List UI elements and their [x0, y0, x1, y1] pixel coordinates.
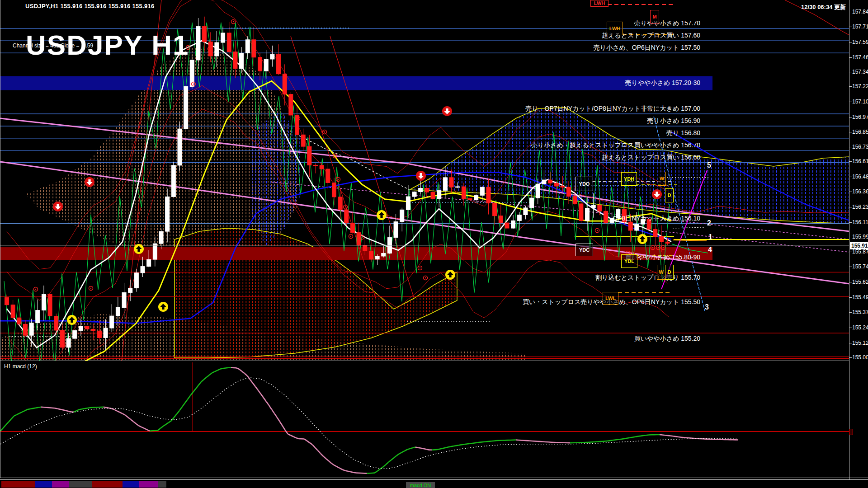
buy-signal-icon [67, 315, 77, 325]
axis-tick [849, 297, 852, 298]
level-annotation: 売り小さめ・超えるとストップロス買いやや小さめ 156.70 [531, 141, 700, 150]
timeline-segment [52, 481, 69, 488]
axis-tick-label: 156.850 [852, 129, 868, 135]
panel-divider [0, 478, 868, 478]
axis-tick [849, 267, 852, 267]
axis-tick-label: 156.730 [852, 144, 868, 150]
level-annotation: 売り小さめ、OP6日NYカット 157.50 [594, 44, 700, 52]
axis-tick [849, 177, 852, 177]
axis-tick [849, 27, 852, 27]
axis-tick [849, 86, 852, 87]
level-band [0, 76, 712, 90]
pivot-label-d: D [665, 188, 674, 202]
pivot-label-d: D [665, 265, 674, 280]
axis-tick [849, 312, 852, 313]
pivot-label-m: M [650, 10, 659, 23]
scenario-number-1: 1 [708, 233, 712, 241]
cloud-blue-left [251, 111, 301, 246]
level-annotation: 売り小さめ 156.90 [647, 117, 700, 125]
buy-signal-icon [637, 234, 647, 244]
axis-tick-label: 156.975 [852, 114, 868, 120]
axis-tick [849, 147, 852, 147]
main-chart-panel[interactable]: USDJPY H1 USDJPY,H1 155.916 155.916 155.… [0, 0, 849, 361]
sell-signal-icon [442, 106, 452, 116]
axis-tick-label: 155.990 [852, 234, 868, 240]
axis-tick-label: 156.235 [852, 204, 868, 210]
pivot-label-ydh: YDH [621, 172, 637, 186]
axis-tick [849, 132, 852, 132]
axis-tick [849, 207, 852, 207]
macd-canvas[interactable] [0, 361, 849, 478]
timeline-segment [35, 481, 52, 488]
axis-tick [849, 328, 852, 328]
axis-tick-label: 155.620 [852, 279, 868, 285]
axis-tick [849, 12, 852, 12]
sell-signal-icon [652, 189, 662, 199]
level-annotation: OP8日NYカット大きめ 156.10 [613, 215, 700, 223]
axis-tick [849, 343, 852, 343]
axis-tick-label: 157.100 [852, 99, 868, 105]
axis-tick [849, 42, 852, 42]
macd-zero-marker [849, 429, 853, 435]
scenario-number-5: 5 [707, 161, 711, 169]
macd-indicator-label: H1 macd (12) [4, 363, 37, 370]
sell-signal-icon [416, 171, 426, 181]
cloud-blue-kumo [410, 108, 849, 224]
axis-tick-label: 156.110 [852, 219, 868, 225]
timeline-bar[interactable]: 12/30 macd ON [0, 479, 868, 488]
sell-signal-icon [85, 177, 94, 187]
level-annotation: 売り 156.80 [666, 129, 700, 137]
axis-tick [849, 282, 852, 282]
level-annotation: 売り、OP7日NYカット/OP8日NYカット非常に大きめ 157.00 [525, 105, 700, 113]
axis-tick-label: 155.245 [852, 324, 868, 331]
channel-info: Channel size = 461 Slope = -3.59 [13, 42, 93, 49]
axis-tick-label: 157.715 [852, 23, 868, 30]
axis-tick-label: 157.345 [852, 69, 868, 75]
sell-signal-icon [53, 202, 63, 211]
level-annotation: 買いやや小さめ 155.20 [634, 335, 700, 343]
pivot-label-lwh: LWH [607, 22, 623, 35]
title-bar: USDJPY,H1 155.916 155.916 155.916 155.91… [25, 3, 155, 9]
price-scale[interactable]: 155.916 0.516 0.00 -0.351 157.840157.715… [849, 0, 868, 488]
pivot-label-ydl: YDL [621, 254, 637, 268]
axis-tick [849, 102, 852, 102]
pivot-label-w: W [657, 265, 665, 280]
level-annotation: 超えるとストップロス買い 156.60 [602, 154, 700, 162]
axis-tick-label: 157.225 [852, 83, 868, 89]
axis-tick-label: 155.120 [852, 340, 868, 346]
timeline-segment [139, 481, 158, 488]
axis-tick-label: 155.000 [852, 354, 868, 361]
axis-tick [849, 161, 852, 162]
level-annotation: 売りやや小さめ 157.70 [634, 19, 700, 28]
axis-tick-label: 155.870 [852, 249, 868, 255]
axis-tick [849, 72, 852, 72]
pivot-label-ydo: YDO [576, 177, 593, 191]
update-time: 12/30 06:34 更新 [801, 3, 846, 11]
timeline-segment [158, 481, 166, 488]
axis-tick [849, 237, 852, 237]
axis-tick-label: 157.465 [852, 54, 868, 61]
axis-tick [849, 252, 852, 252]
pivot-label-ydc: YDC [576, 244, 593, 256]
timeline-segment [1, 481, 35, 488]
level-annotation: 割り込むとストップロス売り 155.70 [595, 274, 700, 282]
pivot-label-w: W [658, 172, 666, 186]
axis-tick-label: 156.485 [852, 174, 868, 180]
buy-signal-icon [445, 270, 455, 280]
timeline-segment [123, 481, 139, 488]
axis-tick [849, 357, 852, 358]
axis-tick-label: 155.745 [852, 263, 868, 270]
axis-tick-label: 155.495 [852, 294, 868, 300]
timeline-segment [92, 481, 123, 488]
pivot-label-lwl: LWL [603, 292, 618, 305]
macd-toggle-button[interactable]: macd ON [406, 482, 435, 488]
level-annotation: 売りやや小さめ 157.20-30 [625, 79, 700, 87]
buy-signal-icon [134, 244, 144, 254]
axis-tick-label: 155.370 [852, 309, 868, 315]
macd-panel[interactable]: H1 macd (12) [0, 361, 849, 478]
chart-window: USDJPY H1 USDJPY,H1 155.916 155.916 155.… [0, 0, 868, 488]
pivot-label-lwh: LWH [590, 0, 609, 7]
scenario-number-4: 4 [708, 246, 712, 254]
axis-tick [849, 192, 852, 192]
scenario-number-3: 3 [705, 303, 709, 311]
